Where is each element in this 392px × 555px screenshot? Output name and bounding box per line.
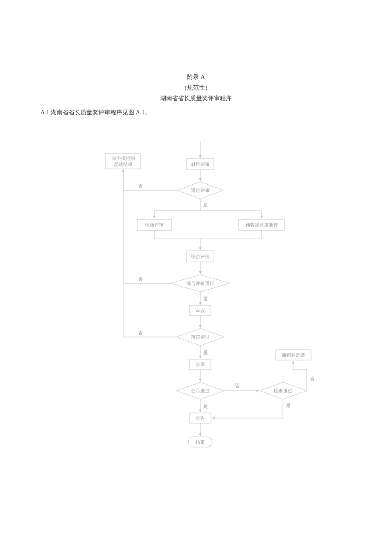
label-verify-yes: 是 (286, 403, 291, 408)
label-announcement: 公告 (196, 416, 205, 421)
label-deliberation-pass: 审议通过 (191, 334, 210, 340)
label-material-review: 材料评审 (190, 162, 210, 167)
label-comprehensive-eval: 综合评价 (191, 254, 210, 259)
label-verify-no: 否 (310, 376, 314, 381)
label-feedback-2: 反馈结果 (114, 162, 133, 167)
edge-verify-yes (212, 399, 283, 418)
edge-delib-no (123, 169, 176, 337)
edge-passreview-no (123, 169, 177, 190)
label-publicity: 公示 (196, 362, 205, 367)
label-comp-no: 否 (138, 276, 143, 282)
flowchart-svg: 材料评审 通过评审 否 向申报组织 反馈结果 是 现场评审 顾客满意度测评 综合… (0, 0, 392, 555)
label-publicity-pass: 公示通过 (191, 388, 210, 393)
label-onsite-review: 现场评审 (145, 222, 164, 227)
label-comprehensive-pass: 综合评价通过 (186, 281, 214, 286)
label-pub-no: 否 (235, 383, 239, 388)
label-deliberation: 审议 (196, 308, 205, 313)
label-passreview-no: 否 (138, 183, 143, 189)
label-delib-yes: 是 (203, 350, 208, 355)
label-feedback-1: 向申报组织 (112, 156, 135, 161)
label-revoke-feedback: 撤销并反馈 (282, 352, 305, 357)
label-pass-review: 通过评审 (191, 188, 210, 193)
label-verify-pass: 核查通过 (273, 388, 292, 393)
label-passreview-yes: 是 (203, 202, 208, 207)
label-delib-no: 否 (138, 330, 143, 335)
edge-verify-no-1 (293, 369, 307, 391)
label-pub-yes: 是 (203, 404, 208, 409)
label-end: 结束 (196, 439, 205, 445)
label-customer-sat: 顾客满意度测评 (245, 222, 278, 227)
label-comp-yes: 是 (203, 296, 208, 301)
